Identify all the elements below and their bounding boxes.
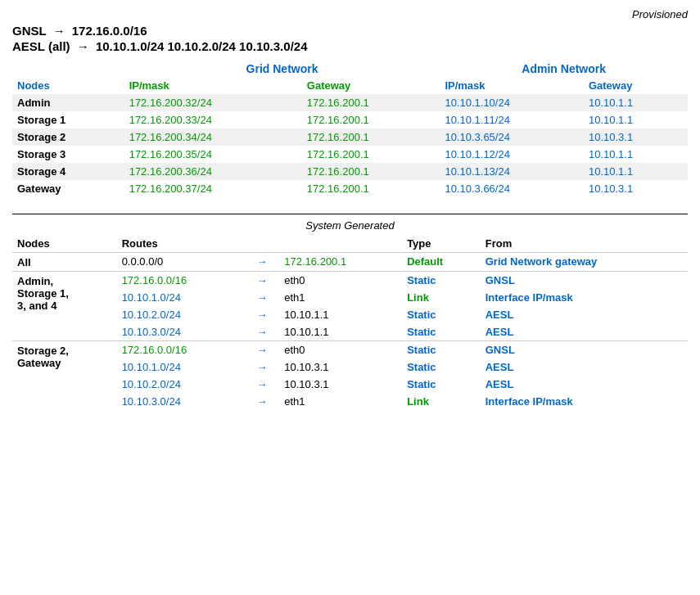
routes-table-row: Admin,Storage 1,3, and 4172.16.0.0/16→et… [12, 272, 688, 290]
aesl-line: AESL (all) → 10.10.1.0/24 10.10.2.0/24 1… [12, 39, 688, 53]
route-dest: eth1 [279, 289, 402, 306]
route-network: 172.16.0.0/16 [117, 272, 245, 290]
network-table-row: Storage 1 172.16.200.33/24 172.16.200.1 … [12, 111, 688, 128]
network-table-row: Gateway 172.16.200.37/24 172.16.200.1 10… [12, 180, 688, 197]
gnsl-label: GNSL [12, 24, 46, 38]
grid-ip: 172.16.200.33/24 [124, 111, 302, 128]
grid-ip: 172.16.200.36/24 [124, 163, 302, 180]
route-from: Grid Network gateway [481, 253, 688, 272]
route-arrow: → [245, 272, 280, 290]
routes-col-nodes: Nodes [12, 235, 117, 253]
network-table: Grid Network Admin Network Nodes IP/mask… [12, 60, 688, 197]
route-type: Static [402, 376, 481, 393]
node-name: Gateway [12, 180, 124, 197]
route-from: Interface IP/mask [481, 289, 688, 306]
admin-ip: 10.10.1.10/24 [440, 94, 584, 111]
col-nodes: Nodes [12, 77, 124, 94]
route-type: Link [402, 393, 481, 410]
route-dest: 10.10.1.1 [279, 323, 402, 341]
gnsl-arrow: → [53, 24, 65, 38]
route-dest: eth0 [279, 341, 402, 359]
route-from: AESL [481, 306, 688, 323]
route-arrow: → [245, 358, 280, 376]
gnsl-value: 172.16.0.0/16 [72, 24, 147, 38]
routes-col-type: Type [402, 235, 481, 253]
network-table-row: Storage 2 172.16.200.34/24 172.16.200.1 … [12, 128, 688, 146]
route-from: AESL [481, 358, 688, 376]
route-arrow: → [245, 376, 280, 393]
provisioned-label: Provisioned [12, 8, 688, 20]
route-arrow: → [245, 341, 280, 359]
route-dest: 10.10.1.1 [279, 306, 402, 323]
route-arrow: → [245, 289, 280, 306]
grid-ip: 172.16.200.35/24 [124, 146, 302, 163]
route-type: Default [402, 253, 481, 272]
routes-table-row: Storage 2,Gateway172.16.0.0/16→eth0Stati… [12, 341, 688, 359]
admin-ip: 10.10.3.65/24 [440, 128, 584, 146]
grid-ip: 172.16.200.32/24 [124, 94, 302, 111]
admin-ip: 10.10.3.66/24 [440, 180, 584, 197]
route-arrow: → [245, 393, 280, 410]
route-from: AESL [481, 323, 688, 341]
network-table-row: Storage 4 172.16.200.36/24 172.16.200.1 … [12, 163, 688, 180]
nodes-col-header [12, 60, 124, 77]
admin-gw: 10.10.3.1 [584, 180, 688, 197]
network-table-row: Storage 3 172.16.200.35/24 172.16.200.1 … [12, 146, 688, 163]
route-from: Interface IP/mask [481, 393, 688, 410]
routes-table-row: All0.0.0.0/0→172.16.200.1DefaultGrid Net… [12, 253, 688, 272]
route-from: GNSL [481, 272, 688, 290]
route-type: Link [402, 289, 481, 306]
route-type: Static [402, 306, 481, 323]
admin-gw: 10.10.1.1 [584, 163, 688, 180]
col-admin-gw: Gateway [584, 77, 688, 94]
route-type: Static [402, 341, 481, 359]
grid-gw: 172.16.200.1 [302, 146, 440, 163]
route-dest: 10.10.3.1 [279, 358, 402, 376]
route-group-node: Admin,Storage 1,3, and 4 [12, 272, 117, 341]
route-network: 10.10.2.0/24 [117, 306, 245, 323]
node-name: Storage 2 [12, 128, 124, 146]
grid-ip: 172.16.200.34/24 [124, 128, 302, 146]
route-from: AESL [481, 376, 688, 393]
route-arrow: → [245, 306, 280, 323]
grid-gw: 172.16.200.1 [302, 111, 440, 128]
route-network: 10.10.2.0/24 [117, 376, 245, 393]
route-network: 172.16.0.0/16 [117, 341, 245, 359]
route-type: Static [402, 272, 481, 290]
grid-gw: 172.16.200.1 [302, 163, 440, 180]
route-dest: eth1 [279, 393, 402, 410]
route-type: Static [402, 323, 481, 341]
system-generated-label: System Generated [12, 214, 688, 232]
route-network: 0.0.0.0/0 [117, 253, 245, 272]
route-dest: 172.16.200.1 [279, 253, 402, 272]
route-network: 10.10.1.0/24 [117, 289, 245, 306]
route-arrow: → [245, 253, 280, 272]
route-arrow: → [245, 323, 280, 341]
route-network: 10.10.1.0/24 [117, 358, 245, 376]
route-group-node: Storage 2,Gateway [12, 341, 117, 411]
gnsl-line: GNSL → 172.16.0.0/16 [12, 24, 688, 38]
admin-ip: 10.10.1.13/24 [440, 163, 584, 180]
network-table-row: Admin 172.16.200.32/24 172.16.200.1 10.1… [12, 94, 688, 111]
admin-network-header: Admin Network [440, 60, 688, 77]
grid-ip: 172.16.200.37/24 [124, 180, 302, 197]
admin-ip: 10.10.1.12/24 [440, 146, 584, 163]
grid-network-header: Grid Network [124, 60, 440, 77]
col-grid-ip: IP/mask [124, 77, 302, 94]
node-name: Storage 1 [12, 111, 124, 128]
routes-table: Nodes Routes Type From All0.0.0.0/0→172.… [12, 235, 688, 410]
node-name: Storage 3 [12, 146, 124, 163]
aesl-values: 10.10.1.0/24 10.10.2.0/24 10.10.3.0/24 [96, 39, 308, 53]
route-dest: 10.10.3.1 [279, 376, 402, 393]
route-network: 10.10.3.0/24 [117, 393, 245, 410]
admin-gw: 10.10.1.1 [584, 111, 688, 128]
routes-col-from: From [481, 235, 688, 253]
admin-gw: 10.10.1.1 [584, 146, 688, 163]
admin-gw: 10.10.1.1 [584, 94, 688, 111]
route-network: 10.10.3.0/24 [117, 323, 245, 341]
route-from: GNSL [481, 341, 688, 359]
aesl-label: AESL (all) [12, 39, 70, 53]
admin-gw: 10.10.3.1 [584, 128, 688, 146]
node-name: Admin [12, 94, 124, 111]
grid-gw: 172.16.200.1 [302, 180, 440, 197]
